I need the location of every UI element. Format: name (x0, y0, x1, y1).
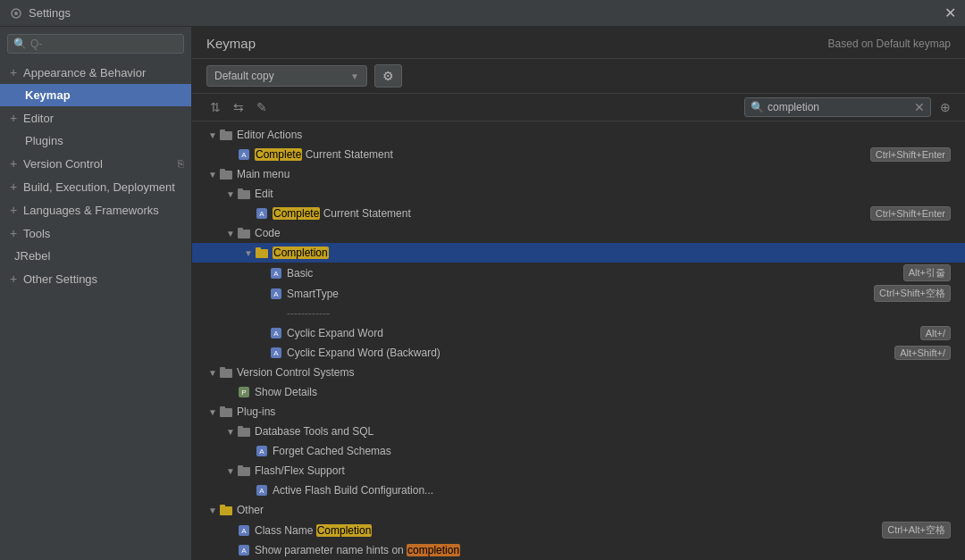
tree-row-plugins[interactable]: ▼ Plug-ins (192, 402, 965, 422)
label-forget-cached: Forget Cached Schemas (273, 445, 965, 457)
sidebar-item-appearance[interactable]: + Appearance & Behavior (0, 61, 191, 84)
toggle-main-menu[interactable]: ▼ (206, 170, 219, 180)
sidebar-item-tools[interactable]: + Tools (0, 221, 191, 245)
svg-rect-10 (238, 188, 243, 192)
tree-row-cyclic-expand[interactable]: A Cyclic Expand Word Alt+/ (192, 323, 965, 343)
expand-icon-languages: + (7, 203, 20, 217)
tree-row-editor-actions[interactable]: ▼ Editor Actions (192, 125, 965, 145)
tree-row-main-menu[interactable]: ▼ Main menu (192, 164, 965, 184)
sidebar-item-editor[interactable]: + Editor (0, 106, 191, 130)
toggle-code[interactable]: ▼ (224, 229, 237, 238)
separator-icon (269, 306, 283, 321)
tree-row-complete-2[interactable]: A Complete Current Statement Ctrl+Shift+… (192, 204, 965, 223)
folder-icon-db (237, 424, 251, 439)
svg-text:A: A (241, 547, 247, 555)
toggle-editor-actions[interactable]: ▼ (206, 130, 219, 140)
toggle-vcs[interactable]: ▼ (206, 368, 219, 378)
expand-all-button[interactable]: ⇅ (206, 98, 224, 116)
toggle-completion[interactable]: ▼ (242, 248, 255, 258)
svg-text:A: A (273, 290, 279, 298)
label-complete-2: Complete Current Statement (273, 207, 870, 220)
tree-row-complete-1[interactable]: A Complete Current Statement Ctrl+Shift+… (192, 145, 965, 164)
svg-text:P: P (241, 389, 246, 397)
tree-row-smarttype[interactable]: A SmartType Ctrl+Shift+空格 (192, 283, 965, 304)
edit-button[interactable]: ✎ (253, 98, 271, 116)
svg-text:A: A (259, 210, 264, 218)
tree-row-completion[interactable]: ▼ Completion (192, 243, 965, 263)
expand-icon-editor: + (7, 111, 20, 125)
sidebar-item-languages-label: Languages & Frameworks (23, 204, 159, 217)
close-button[interactable]: ✕ (944, 6, 956, 21)
folder-icon-completion (255, 246, 269, 260)
sidebar-item-build[interactable]: + Build, Execution, Deployment (0, 175, 191, 198)
clear-filter-button[interactable]: ✕ (914, 100, 925, 114)
scheme-dropdown[interactable]: Default copy ▼ (206, 65, 367, 87)
sidebar-item-plugins-label: Plugins (25, 134, 63, 147)
action-icon-cyclic: A (269, 326, 283, 340)
tree-row-param-hints[interactable]: A Show parameter name hints on completio… (192, 540, 965, 560)
tree-row-active-flash[interactable]: A Active Flash Build Configuration... (192, 481, 965, 500)
toggle-edit[interactable]: ▼ (224, 189, 237, 199)
label-active-flash: Active Flash Build Configuration... (273, 484, 965, 497)
tree-row-code[interactable]: ▼ Code (192, 223, 965, 243)
label-param-hints: Show parameter name hints on completion (255, 544, 965, 556)
sidebar-item-keymap[interactable]: Keymap (0, 84, 191, 106)
sidebar-item-editor-label: Editor (23, 112, 54, 125)
tree-row-flash[interactable]: ▼ Flash/Flex Support (192, 461, 965, 481)
keymap-title: Keymap (206, 36, 256, 51)
sidebar-item-jrebel[interactable]: JRebel (0, 245, 191, 267)
shortcut-class-name: Ctrl+Alt+空格 (882, 522, 951, 539)
label-basic: Basic (287, 267, 903, 280)
sidebar-item-tools-label: Tools (23, 227, 50, 240)
sidebar-item-other-settings[interactable]: + Other Settings (0, 267, 191, 290)
plugin-icon-show-details: P (237, 385, 251, 399)
search-filter-box[interactable]: 🔍 ✕ (744, 97, 931, 117)
sidebar-search-box[interactable]: 🔍 (7, 34, 184, 54)
label-class-name: Class Name Completion (255, 524, 882, 537)
collapse-all-button[interactable]: ⇆ (230, 98, 248, 116)
label-vcs: Version Control Systems (237, 366, 965, 379)
svg-text:A: A (273, 270, 279, 278)
shortcut-smarttype: Ctrl+Shift+空格 (874, 285, 951, 302)
tree-row-separator: ------------ (192, 304, 965, 323)
sidebar-item-version-control[interactable]: + Version Control ⎘ (0, 152, 191, 175)
svg-rect-40 (220, 505, 225, 508)
svg-text:A: A (259, 487, 264, 495)
folder-icon-vcs (219, 365, 233, 380)
tree-row-vcs[interactable]: ▼ Version Control Systems (192, 363, 965, 382)
tree-row-cyclic-backward[interactable]: A Cyclic Expand Word (Backward) Alt+Shif… (192, 343, 965, 363)
tree-row-other[interactable]: ▼ Other (192, 500, 965, 520)
tree-row-edit[interactable]: ▼ Edit (192, 184, 965, 204)
toggle-flash[interactable]: ▼ (224, 466, 237, 476)
sidebar-search-input[interactable] (30, 38, 178, 50)
folder-icon-plugins (219, 405, 233, 419)
toggle-db-tools[interactable]: ▼ (224, 427, 237, 437)
label-editor-actions: Editor Actions (237, 129, 965, 141)
label-plugins: Plug-ins (237, 405, 965, 418)
expand-icon-appearance: + (7, 65, 20, 79)
tree-row-basic[interactable]: A Basic Alt+引줄 (192, 263, 965, 283)
svg-rect-32 (238, 426, 243, 430)
svg-rect-36 (238, 465, 243, 469)
gear-button[interactable]: ⚙ (374, 64, 402, 88)
filter-search-input[interactable] (768, 101, 910, 113)
action-icon-param: A (237, 543, 251, 557)
highlight-class-completion: Completion (316, 524, 373, 537)
expand-results-button[interactable]: ⊕ (940, 100, 951, 114)
toggle-plugins[interactable]: ▼ (206, 407, 219, 417)
keymap-based-on: Based on Default keymap (828, 38, 951, 50)
shortcut-complete-2: Ctrl+Shift+Enter (870, 206, 951, 221)
toggle-other[interactable]: ▼ (206, 506, 219, 515)
label-cyclic-expand: Cyclic Expand Word (287, 327, 920, 339)
tree-row-show-details[interactable]: P Show Details (192, 382, 965, 402)
tree-container[interactable]: ▼ Editor Actions A Complete Current Stat… (192, 121, 965, 560)
tree-row-class-name[interactable]: A Class Name Completion Ctrl+Alt+空格 (192, 520, 965, 540)
tree-row-forget-cached[interactable]: A Forget Cached Schemas (192, 441, 965, 461)
tree-row-db-tools[interactable]: ▼ Database Tools and SQL (192, 422, 965, 441)
sidebar-item-plugins[interactable]: Plugins (0, 130, 191, 152)
highlight-complete-2: Complete (273, 207, 320, 220)
keymap-toolbar: Default copy ▼ ⚙ (192, 59, 965, 94)
action-icon-1: A (237, 147, 251, 162)
folder-icon-edit (237, 187, 251, 201)
sidebar-item-languages[interactable]: + Languages & Frameworks (0, 198, 191, 221)
